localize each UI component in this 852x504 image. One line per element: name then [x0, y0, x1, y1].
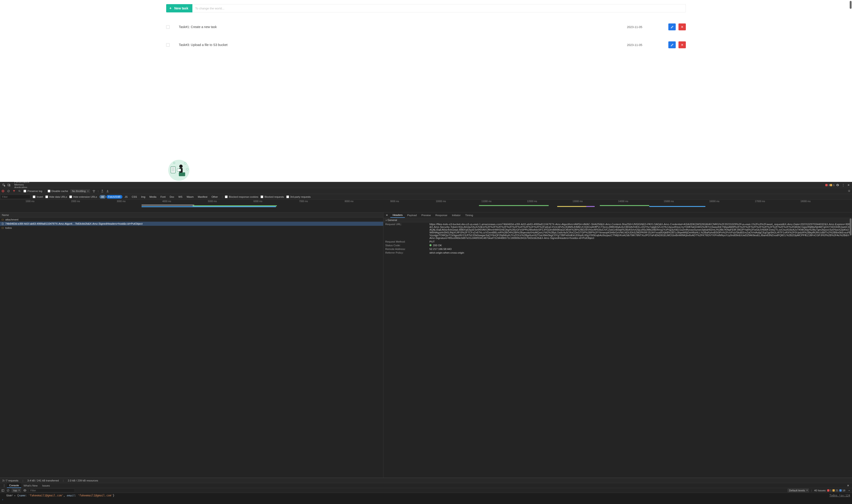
kebab-icon[interactable]: ⋮	[1, 484, 7, 487]
name-column-header[interactable]: Name	[0, 213, 383, 217]
throttling-select[interactable]: No throttling	[70, 189, 90, 193]
filter-type-fetch-xhr[interactable]: Fetch/XHR	[106, 195, 122, 199]
filter-type-manifest[interactable]: Manifest	[196, 195, 209, 199]
throttling-value: No throttling	[72, 190, 86, 193]
svg-rect-6	[179, 173, 185, 176]
filter-type-img[interactable]: Img	[139, 195, 147, 199]
task-checkbox[interactable]	[166, 43, 170, 47]
log-levels-select[interactable]: Default levels	[787, 489, 809, 492]
edit-button[interactable]	[668, 41, 676, 48]
devtools-tab-memory[interactable]: Memory	[12, 183, 45, 186]
page-scrollbar[interactable]	[850, 1, 852, 9]
general-section-header[interactable]: General	[383, 218, 852, 222]
delete-button[interactable]	[678, 41, 686, 48]
download-icon[interactable]	[106, 190, 109, 193]
svg-point-24	[24, 490, 25, 491]
resources-size: 2.0 kB / 239 kB resources	[68, 479, 98, 482]
task-checkbox[interactable]	[166, 25, 170, 29]
task-actions	[668, 41, 686, 48]
detail-tab-response[interactable]: Response	[433, 213, 450, 218]
console-prompt[interactable]: ›	[2, 497, 850, 501]
svg-point-16	[2, 191, 4, 192]
network-status-bar: 3 / 7 requests | 3.4 kB / 241 kB transfe…	[0, 478, 852, 483]
preserve-log-label: Preserve log	[28, 190, 42, 193]
detail-scrollbar[interactable]	[850, 218, 852, 235]
filter-type-css[interactable]: CSS	[130, 195, 139, 199]
drawer-tab-issues[interactable]: Issues	[40, 483, 52, 488]
gear-icon[interactable]	[848, 489, 851, 492]
clear-icon[interactable]	[7, 190, 10, 193]
third-party-checkbox[interactable]: 3rd-party requests	[286, 195, 311, 198]
detail-tab-initiator[interactable]: Initiator	[450, 213, 463, 218]
file-icon	[1, 222, 4, 225]
upload-icon[interactable]	[101, 190, 104, 193]
network-filter-input[interactable]	[0, 195, 30, 199]
device-toggle-icon[interactable]	[7, 183, 11, 187]
blocked-cookies-checkbox[interactable]: Blocked response cookies	[225, 195, 258, 198]
drawer-tab-console[interactable]: Console	[7, 483, 21, 488]
prop-email-val: 'fakeemail1@gmail.com'	[78, 494, 113, 497]
log-source-link[interactable]: Todos.jsx:124	[830, 494, 850, 497]
filter-type-media[interactable]: Media	[147, 195, 158, 199]
filter-icon[interactable]	[13, 190, 16, 193]
detail-tab-payload[interactable]: Payload	[405, 213, 419, 218]
hide-data-urls-checkbox[interactable]: Hide data URLs	[45, 195, 67, 198]
close-drawer-icon[interactable]: ✕	[846, 484, 851, 487]
gear-icon[interactable]	[848, 190, 851, 193]
detail-tab-timing[interactable]: Timing	[463, 213, 475, 218]
filter-type-doc[interactable]: Doc	[168, 195, 176, 199]
network-timeline[interactable]: 1000 ms2000 ms3000 ms4000 ms5000 ms6000 …	[0, 200, 852, 213]
filter-type-font[interactable]: Font	[159, 195, 167, 199]
console-log-line[interactable]: User ▸ {name: 'fakeemail1@gmail.com', em…	[2, 494, 850, 497]
blocked-requests-checkbox[interactable]: Blocked requests	[261, 195, 284, 198]
gear-icon[interactable]	[836, 183, 839, 187]
devtools-left-icons	[1, 183, 12, 187]
detail-scroll[interactable]: General Request URL:https://files-todo-s…	[383, 218, 852, 478]
wifi-icon[interactable]	[92, 190, 95, 193]
filter-type-other[interactable]: Other	[210, 195, 220, 199]
close-devtools-icon[interactable]: ✕	[846, 183, 851, 187]
search-icon[interactable]	[18, 190, 21, 193]
filter-type-wasm[interactable]: Wasm	[185, 195, 196, 199]
new-task-button[interactable]: + New task	[166, 4, 192, 13]
invert-checkbox[interactable]: Invert	[33, 195, 43, 198]
kebab-icon[interactable]: ⋮	[840, 183, 846, 187]
devtools: ElementsConsoleSourcesNetworkPerformance…	[0, 182, 852, 504]
network-request-row[interactable]: todos	[0, 226, 383, 230]
filter-type-ws[interactable]: WS	[176, 195, 184, 199]
inspect-icon[interactable]	[2, 183, 5, 187]
console-filter-input[interactable]	[29, 489, 75, 492]
network-request-row[interactable]: attachment	[0, 217, 383, 222]
hide-extension-urls-checkbox[interactable]: Hide extension URLs	[69, 195, 97, 198]
preserve-log-checkbox[interactable]: Preserve log	[23, 190, 42, 193]
clear-console-icon[interactable]	[7, 489, 10, 492]
edit-button[interactable]	[668, 23, 676, 30]
filter-type-js[interactable]: JS	[123, 195, 129, 199]
blocked-requests-label: Blocked requests	[264, 195, 284, 198]
timeline-tick: 16000 ms	[709, 200, 719, 202]
request-detail-pane: ✕ HeadersPayloadPreviewResponseInitiator…	[383, 213, 852, 478]
error-count-badge[interactable]: 3	[825, 184, 830, 186]
filter-type-all[interactable]: All	[100, 195, 106, 199]
sidebar-toggle-icon[interactable]	[1, 489, 4, 492]
issues-summary[interactable]: 40 Issues: 1 21 18	[814, 489, 845, 492]
detail-tab-headers[interactable]: Headers	[390, 213, 405, 218]
third-party-label: 3rd-party requests	[290, 195, 311, 198]
warning-count-badge[interactable]: 1	[830, 184, 835, 186]
close-detail-icon[interactable]: ✕	[384, 214, 389, 217]
close-icon	[681, 43, 683, 46]
delete-button[interactable]	[678, 23, 686, 30]
task-title: Task#1: Create a new task	[179, 25, 627, 29]
drawer-tab-what-s-new[interactable]: What's New	[21, 483, 40, 488]
task-date: 2023-11-05	[627, 43, 668, 47]
record-icon[interactable]	[1, 190, 5, 193]
disable-cache-checkbox[interactable]: Disable cache	[48, 190, 68, 193]
context-select[interactable]: top	[12, 489, 21, 492]
referrer-policy-val: strict-origin-when-cross-origin	[430, 251, 850, 254]
request-method-val: PUT	[430, 240, 850, 243]
devtools-tab-bar: ElementsConsoleSourcesNetworkPerformance…	[0, 182, 852, 188]
new-task-input[interactable]	[192, 4, 686, 13]
eye-icon[interactable]	[23, 489, 27, 492]
network-request-row[interactable]: 74b6463d-e35f-4d1f-ab63-4999a8110476?X-A…	[0, 222, 383, 226]
detail-tab-preview[interactable]: Preview	[419, 213, 433, 218]
